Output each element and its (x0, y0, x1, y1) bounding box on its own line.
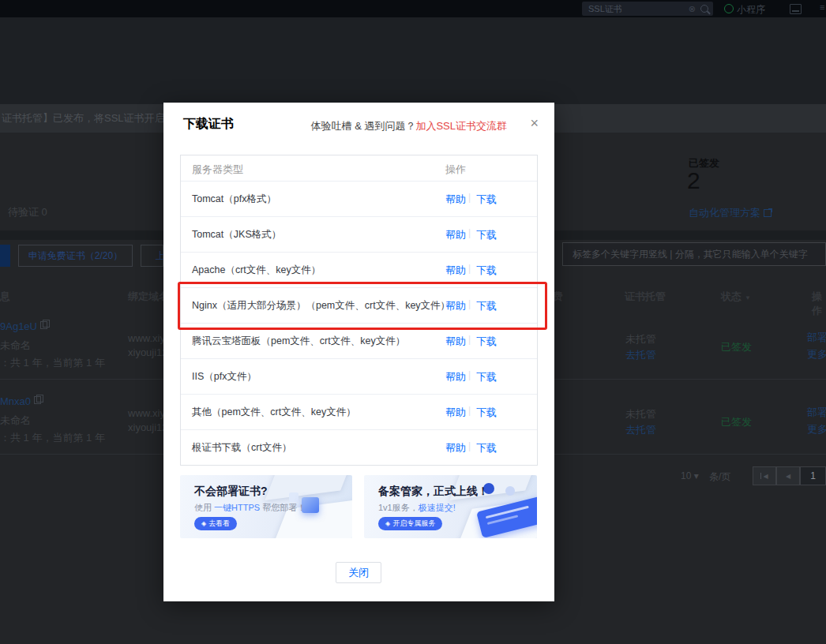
col-status: 状态▼ (721, 290, 751, 304)
help-link[interactable]: 帮助 (445, 193, 466, 207)
banner-one-click-https[interactable]: 不会部署证书? 使用 一键HTTPS 帮您部署！ ◈去看看 (180, 475, 352, 538)
search-icon[interactable] (700, 5, 708, 13)
download-link[interactable]: 下载 (476, 441, 497, 455)
mini-program-label[interactable]: 小程序 (737, 3, 765, 17)
row-tomcat-pfx: Tomcat（pfx格式） 帮助 | 下载 (181, 181, 537, 216)
auto-manage-link[interactable]: 自动化管理方案 (689, 206, 772, 220)
banner-desc: 1v1服务，极速提交! (378, 502, 456, 514)
badge-icon: ◈ (201, 520, 206, 527)
table-header: 服务器类型 操作 (181, 155, 537, 181)
download-link[interactable]: 下载 (476, 335, 497, 349)
menu-icon: ≡ (820, 2, 824, 12)
go-hosting-link[interactable]: 去托管 (625, 348, 656, 362)
col-server-type: 服务器类型 (192, 163, 243, 177)
row-baota-panel: 腾讯云宝塔面板（pem文件、crt文件、key文件） 帮助 | 下载 (181, 323, 537, 358)
cert-validity: ：共 1 年，当前第 1 年 (0, 356, 105, 370)
help-link[interactable]: 帮助 (445, 441, 466, 455)
hosting-status: 未托管 (625, 407, 656, 421)
chevron-down-icon: ▾ (694, 470, 699, 481)
more-link[interactable]: 更多 (807, 347, 826, 361)
server-type-table: 服务器类型 操作 Tomcat（pfx格式） 帮助 | 下载 Tomcat（JK… (180, 155, 538, 466)
row-other: 其他（pem文件、crt文件、key文件） 帮助 | 下载 (181, 394, 537, 429)
go-see-button[interactable]: ◈去看看 (194, 517, 237, 530)
col-cert-hosting: 证书托管 (625, 290, 666, 304)
apply-free-cert-button[interactable]: 申请免费证书（2/20） (18, 245, 133, 267)
tab-pending-validation[interactable]: 待验证 0 (8, 205, 47, 219)
go-hosting-link[interactable]: 去托管 (625, 423, 656, 437)
help-link[interactable]: 帮助 (445, 299, 466, 313)
auto-manage-link-label: 自动化管理方案 (689, 206, 760, 220)
external-link-icon (764, 209, 772, 217)
current-page-input[interactable]: 1 (800, 466, 826, 485)
cert-search-input[interactable] (571, 248, 817, 260)
download-link[interactable]: 下载 (476, 264, 497, 278)
help-link[interactable]: 帮助 (445, 228, 466, 242)
badge-icon: ◈ (385, 520, 390, 527)
cert-id-link[interactable]: 9Ag1eU (0, 320, 47, 332)
row-apache: Apache（crt文件、key文件） 帮助 | 下载 (181, 252, 537, 287)
cert-domain-alt: xiyouji12 (128, 421, 168, 433)
cert-name: 未命名 (0, 339, 31, 353)
banner-desc: 使用 一键HTTPS 帮您部署！ (194, 502, 306, 514)
row-root-cert: 根证书下载（crt文件） 帮助 | 下载 (181, 429, 537, 465)
per-page-label: 条/页 (709, 470, 730, 484)
page-header-zone (0, 17, 826, 104)
first-page-icon: ◀ (763, 473, 768, 480)
more-link[interactable]: 更多 (807, 422, 826, 436)
help-link[interactable]: 帮助 (445, 370, 466, 384)
topbar-search-input[interactable] (587, 3, 684, 14)
help-link[interactable]: 帮助 (445, 406, 466, 420)
row-iis: IIS（pfx文件） 帮助 | 下载 (181, 358, 537, 394)
copy-icon[interactable] (40, 321, 47, 329)
cert-domain-alt: xiyouji12 (128, 346, 168, 358)
col-cert-info-partial: 息 (0, 290, 10, 304)
cert-validity: ：共 1 年，当前第 1 年 (0, 431, 105, 445)
download-link[interactable]: 下载 (476, 299, 497, 313)
close-button[interactable]: 关闭 (336, 562, 381, 583)
download-link[interactable]: 下载 (476, 406, 497, 420)
deploy-link[interactable]: 部署 (807, 406, 826, 420)
topbar-search[interactable]: ⊗ (582, 2, 713, 16)
banner-title: 备案管家，正式上线！ (378, 485, 489, 499)
col-operation: 操作 (445, 163, 466, 177)
prev-page-button[interactable]: ◀ (776, 466, 800, 485)
screen: ⊗ 小程序 ≡ 证书托管】已发布，将SSL证书开启托管即 待验证 0 已签发 2… (0, 0, 826, 644)
first-page-button[interactable]: ◀ (753, 466, 776, 485)
download-link[interactable]: 下载 (476, 228, 497, 242)
cert-id-link[interactable]: Mnxa0 (0, 395, 41, 407)
col-action: 操作 (812, 290, 826, 318)
copy-icon[interactable] (34, 396, 41, 404)
help-link[interactable]: 帮助 (445, 335, 466, 349)
close-icon[interactable]: × (530, 116, 539, 130)
filter-icon[interactable]: ▼ (745, 294, 751, 301)
row-tomcat-jks: Tomcat（JKS格式） 帮助 | 下载 (181, 216, 537, 252)
buy-cert-button-partial[interactable] (0, 245, 10, 267)
banner-title: 不会部署证书? (194, 485, 268, 499)
modal-title: 下载证书 (183, 116, 234, 133)
cert-name: 未命名 (0, 414, 31, 428)
status-badge: 已签发 (721, 340, 752, 354)
hosting-status: 未托管 (625, 332, 656, 346)
join-group-link[interactable]: 加入SSL证书交流群 (415, 120, 507, 132)
console-icon[interactable] (790, 4, 802, 14)
banner-beian-manager[interactable]: 备案管家，正式上线！ 1v1服务，极速提交! ◈开启专属服务 (364, 475, 537, 538)
mini-program-icon (724, 4, 734, 13)
status-badge: 已签发 (721, 415, 752, 429)
topbar: ⊗ 小程序 ≡ (0, 0, 826, 17)
download-link[interactable]: 下载 (476, 193, 497, 207)
cert-search-box[interactable] (562, 242, 826, 266)
feedback-text: 体验吐槽 & 遇到问题？加入SSL证书交流群 (311, 119, 507, 133)
row-nginx: Nginx（适用大部分场景）（pem文件、crt文件、key文件） 帮助 | 下… (181, 287, 537, 323)
deploy-link[interactable]: 部署 (807, 331, 826, 345)
prev-page-icon: ◀ (786, 473, 790, 480)
open-service-button[interactable]: ◈开启专属服务 (378, 517, 442, 530)
issued-count: 2 (687, 167, 700, 194)
help-link[interactable]: 帮助 (445, 264, 466, 278)
download-cert-modal: 下载证书 体验吐槽 & 遇到问题？加入SSL证书交流群 × 服务器类型 操作 T… (163, 103, 554, 601)
page-size-select[interactable]: 10 ▾ (681, 470, 699, 481)
upload-cert-button-partial[interactable]: 上 (141, 245, 163, 267)
clear-icon[interactable]: ⊗ (689, 5, 696, 13)
download-link[interactable]: 下载 (476, 370, 497, 384)
